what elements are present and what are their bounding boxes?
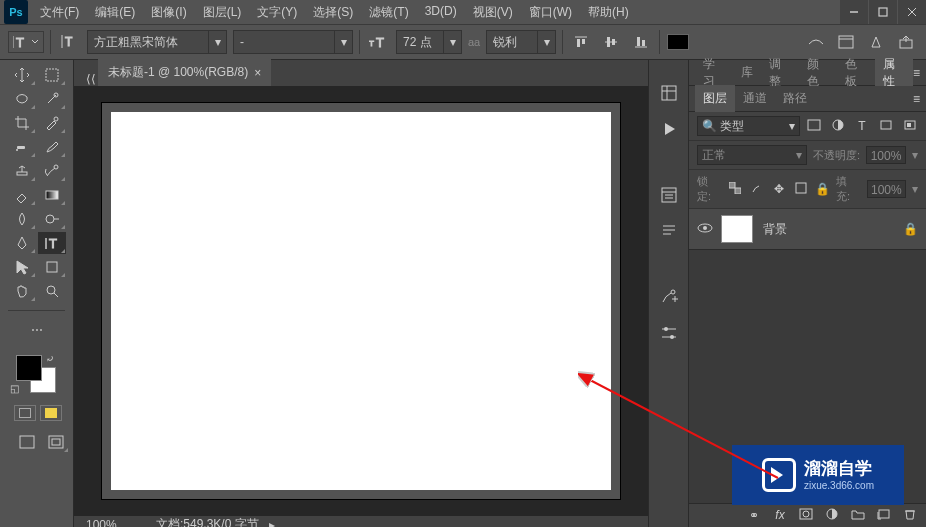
history-panel-icon[interactable]	[655, 80, 683, 106]
adjustments-icon[interactable]	[655, 320, 683, 346]
pen-tool[interactable]	[8, 232, 36, 254]
antialias-dropdown[interactable]: 锐利 ▾	[486, 30, 556, 54]
default-colors-icon[interactable]: ◱	[10, 383, 19, 394]
eraser-tool[interactable]	[8, 184, 36, 206]
menu-image[interactable]: 图像(I)	[143, 0, 194, 25]
canvas-area[interactable]	[74, 86, 648, 516]
menu-window[interactable]: 窗口(W)	[521, 0, 580, 25]
foreground-color[interactable]	[16, 355, 42, 381]
minimize-button[interactable]	[840, 0, 868, 24]
layer-mask-icon[interactable]	[798, 508, 814, 523]
standard-mode-button[interactable]	[14, 405, 36, 421]
lock-all-icon[interactable]: 🔒	[814, 182, 830, 196]
menu-3d[interactable]: 3D(D)	[417, 0, 465, 25]
info-arrow-icon[interactable]: ▸	[269, 518, 275, 528]
align-top-button[interactable]	[569, 30, 593, 54]
menu-type[interactable]: 文字(Y)	[249, 0, 305, 25]
layer-lock-icon[interactable]: 🔒	[903, 222, 918, 236]
quick-mask-mode-button[interactable]	[40, 405, 62, 421]
shape-tool[interactable]	[38, 256, 66, 278]
new-group-icon[interactable]	[850, 508, 866, 523]
zoom-value[interactable]: 100%	[86, 518, 146, 528]
magic-wand-tool[interactable]	[38, 88, 66, 110]
close-button[interactable]	[898, 0, 926, 24]
link-layers-icon[interactable]: ⚭	[746, 508, 762, 523]
move-tool[interactable]	[8, 64, 36, 86]
character-panel-icon[interactable]	[655, 182, 683, 208]
fill-value[interactable]: 100%	[867, 180, 906, 198]
delete-layer-icon[interactable]	[902, 508, 918, 523]
blur-tool[interactable]	[8, 208, 36, 230]
text-orientation-button[interactable]: T	[57, 30, 81, 54]
actions-panel-icon[interactable]	[655, 116, 683, 142]
lock-transparency-icon[interactable]	[728, 182, 744, 197]
lock-image-icon[interactable]	[749, 182, 765, 197]
font-family-dropdown[interactable]: 方正粗黑宋简体 ▾	[87, 30, 227, 54]
layer-row[interactable]: 背景 🔒	[689, 209, 926, 250]
screen-mode-button[interactable]	[14, 431, 40, 453]
menu-view[interactable]: 视图(V)	[465, 0, 521, 25]
gradient-tool[interactable]	[38, 184, 66, 206]
align-middle-button[interactable]	[599, 30, 623, 54]
panel-menu-icon[interactable]: ≡	[913, 66, 920, 80]
align-bottom-button[interactable]	[629, 30, 653, 54]
adjustment-layer-icon[interactable]	[824, 508, 840, 523]
eyedropper-tool[interactable]	[38, 112, 66, 134]
edit-toolbar-button[interactable]: ⋯	[23, 319, 51, 341]
new-layer-icon[interactable]	[876, 508, 892, 523]
lock-position-icon[interactable]: ✥	[771, 182, 787, 196]
text-color-swatch[interactable]	[666, 30, 690, 54]
zoom-tool[interactable]	[38, 280, 66, 302]
filter-pixel-icon[interactable]	[806, 119, 822, 134]
current-tool-indicator[interactable]: T	[8, 31, 44, 53]
tab-libraries[interactable]: 库	[733, 59, 761, 86]
tab-layers[interactable]: 图层	[695, 85, 735, 112]
clone-stamp-tool[interactable]	[8, 160, 36, 182]
filter-smart-icon[interactable]	[902, 119, 918, 134]
opacity-value[interactable]: 100%	[866, 146, 906, 164]
tab-paths[interactable]: 路径	[775, 85, 815, 112]
layer-style-icon[interactable]: fx	[772, 508, 788, 523]
layers-panel-footer: ⚭ fx	[689, 503, 926, 527]
svg-rect-32	[17, 146, 25, 149]
close-tab-icon[interactable]: ×	[254, 66, 261, 80]
lock-artboard-icon[interactable]	[793, 182, 809, 197]
font-size-dropdown[interactable]: 72 点 ▾	[396, 30, 462, 54]
panel-menu-icon[interactable]: ≡	[913, 92, 920, 106]
menu-filter[interactable]: 滤镜(T)	[361, 0, 416, 25]
swap-colors-icon[interactable]: ⤾	[46, 353, 54, 364]
brush-tool[interactable]	[38, 136, 66, 158]
lasso-tool[interactable]	[8, 88, 36, 110]
filter-adjustment-icon[interactable]	[830, 119, 846, 134]
menu-file[interactable]: 文件(F)	[32, 0, 87, 25]
document-tab[interactable]: 未标题-1 @ 100%(RGB/8) ×	[98, 59, 271, 86]
menu-select[interactable]: 选择(S)	[305, 0, 361, 25]
dodge-tool[interactable]	[38, 208, 66, 230]
menu-help[interactable]: 帮助(H)	[580, 0, 637, 25]
layer-visibility-icon[interactable]	[697, 222, 711, 237]
filter-shape-icon[interactable]	[878, 119, 894, 134]
tab-channels[interactable]: 通道	[735, 85, 775, 112]
filter-type-icon[interactable]: T	[854, 119, 870, 134]
blend-mode-dropdown[interactable]: 正常 ▾	[697, 145, 807, 165]
brush-settings-icon[interactable]	[655, 284, 683, 310]
healing-brush-tool[interactable]	[8, 136, 36, 158]
collapse-icon[interactable]: ⟨⟨	[84, 72, 98, 86]
crop-tool[interactable]	[8, 112, 36, 134]
menu-edit[interactable]: 编辑(E)	[87, 0, 143, 25]
change-screen-button[interactable]	[44, 431, 70, 453]
marquee-tool[interactable]	[38, 64, 66, 86]
history-brush-tool[interactable]	[38, 160, 66, 182]
maximize-button[interactable]	[869, 0, 897, 24]
canvas[interactable]	[111, 112, 611, 490]
paragraph-panel-icon[interactable]	[655, 218, 683, 244]
layer-thumbnail[interactable]	[721, 215, 753, 243]
layer-name: 背景	[763, 221, 787, 238]
hand-tool[interactable]	[8, 280, 36, 302]
layer-filter-label: 类型	[720, 118, 744, 135]
type-tool[interactable]: T	[38, 232, 66, 254]
layer-filter-dropdown[interactable]: 🔍 类型 ▾	[697, 116, 800, 136]
menu-layer[interactable]: 图层(L)	[195, 0, 250, 25]
font-style-dropdown[interactable]: - ▾	[233, 30, 353, 54]
path-selection-tool[interactable]	[8, 256, 36, 278]
